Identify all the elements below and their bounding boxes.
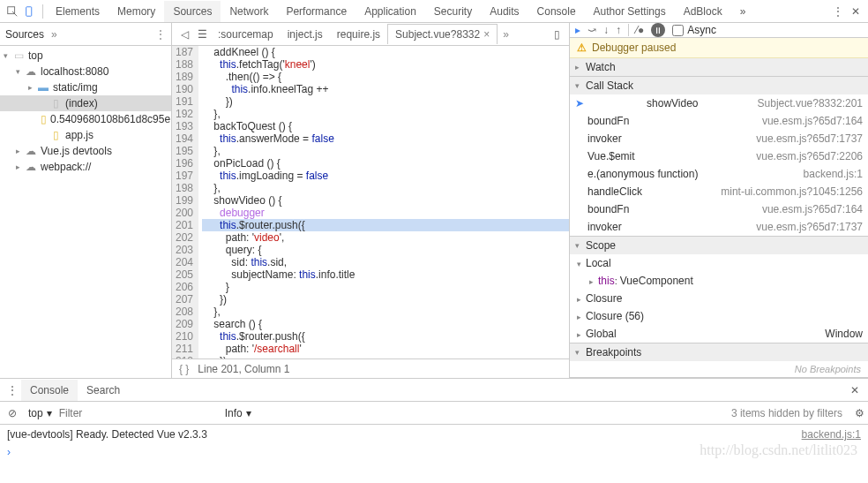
clear-console-icon[interactable]: ⊘ bbox=[4, 407, 21, 419]
device-icon[interactable] bbox=[21, 5, 39, 18]
watch-header[interactable]: ▸Watch bbox=[570, 58, 868, 76]
inspect-icon[interactable] bbox=[4, 5, 21, 18]
tree-chunk[interactable]: ▯0.5409680108b61d8c95e bbox=[0, 111, 171, 127]
debugger-toolbar: ▸ ⤻ ↓ ↑ ⁄● ⏸ Async bbox=[570, 23, 868, 38]
tabs-overflow-icon[interactable]: » bbox=[503, 28, 509, 41]
scope-closure[interactable]: ▸Closure bbox=[570, 290, 868, 307]
search-tab[interactable]: Search bbox=[78, 380, 129, 401]
code-lines[interactable]: addKneel () { this.fetchTag('kneel') .th… bbox=[198, 46, 569, 358]
file-icon: ▯ bbox=[41, 113, 47, 125]
editor-tabs: ◁ ☰ :sourcemap inject.js require.js Subj… bbox=[172, 23, 569, 46]
tab-console[interactable]: Console bbox=[528, 1, 585, 22]
code-editor: ◁ ☰ :sourcemap inject.js require.js Subj… bbox=[172, 23, 570, 378]
folder-icon: ▬ bbox=[37, 81, 49, 94]
scope-this[interactable]: ▸this: VueComponent bbox=[570, 272, 868, 290]
frame-icon: ▭ bbox=[12, 49, 25, 62]
watch-section: ▸Watch bbox=[570, 58, 868, 77]
sidebar-overflow-icon[interactable]: » bbox=[51, 28, 57, 41]
code-area[interactable]: 1871881891901911921931941951961971981992… bbox=[172, 46, 569, 358]
callstack-row[interactable]: invokervue.esm.js?65d7:1737 bbox=[570, 218, 868, 236]
close-tab-icon[interactable]: × bbox=[483, 28, 490, 41]
kebab-menu-icon[interactable]: ⋮ bbox=[829, 5, 847, 18]
tab-network[interactable]: Network bbox=[221, 1, 277, 22]
editor-tab-subject[interactable]: Subject.vue?8332× bbox=[387, 24, 498, 44]
nav-list-icon[interactable]: ☰ bbox=[193, 28, 211, 41]
scope-global[interactable]: ▸GlobalWindow bbox=[570, 325, 868, 343]
pause-exceptions-icon[interactable]: ⏸ bbox=[651, 23, 665, 37]
resume-icon[interactable]: ▸ bbox=[575, 24, 580, 36]
prompt-icon: › bbox=[7, 446, 11, 458]
show-navigator-icon[interactable]: ▯ bbox=[548, 28, 565, 41]
tree-static-img[interactable]: ▸▬static/img bbox=[0, 79, 171, 95]
cloud-icon: ☁ bbox=[25, 145, 37, 157]
tab-application[interactable]: Application bbox=[355, 1, 425, 22]
sidebar-title: Sources bbox=[5, 28, 44, 41]
console-tab[interactable]: Console bbox=[21, 380, 78, 401]
callstack-row[interactable]: boundFnvue.esm.js?65d7:164 bbox=[570, 200, 868, 218]
cursor-position: Line 201, Column 1 bbox=[198, 363, 289, 375]
chevron-down-icon: ▾ bbox=[47, 407, 52, 419]
file-icon: ▯ bbox=[49, 97, 62, 109]
close-devtools-icon[interactable]: ✕ bbox=[847, 5, 864, 18]
tab-security[interactable]: Security bbox=[425, 1, 481, 22]
svg-rect-1 bbox=[26, 6, 32, 16]
tab-adblock[interactable]: AdBlock bbox=[675, 1, 731, 22]
nav-back-icon[interactable]: ◁ bbox=[176, 28, 193, 41]
hidden-count: 3 items hidden by filters bbox=[731, 407, 842, 419]
divider bbox=[628, 24, 629, 36]
kebab-icon[interactable]: ⋮ bbox=[155, 28, 166, 41]
step-over-icon[interactable]: ⤻ bbox=[587, 24, 596, 36]
devtools-top-toolbar: Elements Memory Sources Network Performa… bbox=[0, 0, 868, 23]
cloud-icon: ☁ bbox=[25, 65, 37, 78]
scope-header[interactable]: ▾Scope bbox=[570, 237, 868, 254]
tree-index[interactable]: ▯(index) bbox=[0, 95, 171, 111]
tree-vuedevtools[interactable]: ▸☁Vue.js devtools bbox=[0, 143, 171, 159]
tabs-overflow-icon[interactable]: » bbox=[731, 1, 755, 22]
console-drawer: ⋮ Console Search ✕ ⊘ top ▾ Info ▾ 3 item… bbox=[0, 378, 868, 483]
callstack-row[interactable]: handleClickmint-ui.common.js?1045:1256 bbox=[570, 183, 868, 200]
warning-icon: ⚠ bbox=[577, 42, 587, 54]
tree-webpack[interactable]: ▸☁webpack:// bbox=[0, 159, 171, 175]
callstack-header[interactable]: ▾Call Stack bbox=[570, 77, 868, 94]
tab-memory[interactable]: Memory bbox=[108, 1, 164, 22]
callstack-row[interactable]: Vue.$emitvue.esm.js?65d7:2206 bbox=[570, 147, 868, 165]
filter-input[interactable] bbox=[59, 407, 218, 419]
callstack-row[interactable]: boundFnvue.esm.js?65d7:164 bbox=[570, 112, 868, 130]
tab-audits[interactable]: Audits bbox=[481, 1, 528, 22]
scope-local[interactable]: ▾Local bbox=[570, 254, 868, 272]
file-icon: ▯ bbox=[49, 129, 62, 141]
editor-tab-sourcemap[interactable]: :sourcemap bbox=[211, 25, 281, 44]
tree-top[interactable]: ▾▭top bbox=[0, 48, 171, 64]
editor-tab-require[interactable]: require.js bbox=[330, 25, 387, 44]
close-drawer-icon[interactable]: ✕ bbox=[845, 384, 864, 396]
line-gutter: 1871881891901911921931941951961971981992… bbox=[172, 46, 198, 358]
scope-section: ▾Scope ▾Local ▸this: VueComponent ▸Closu… bbox=[570, 237, 868, 343]
tab-author-settings[interactable]: Author Settings bbox=[585, 1, 675, 22]
step-out-icon[interactable]: ↑ bbox=[616, 24, 621, 36]
scope-closure56[interactable]: ▸Closure (56) bbox=[570, 307, 868, 325]
callstack-row[interactable]: ➤showVideoSubject.vue?8332:201 bbox=[570, 94, 868, 112]
breakpoints-section: ▾Breakpoints No Breakpoints bbox=[570, 343, 868, 378]
async-checkbox[interactable]: Async bbox=[672, 24, 716, 36]
context-dropdown[interactable]: top ▾ bbox=[28, 407, 52, 419]
kebab-icon[interactable]: ⋮ bbox=[4, 384, 21, 396]
console-message-source[interactable]: backend.js:1 bbox=[802, 428, 861, 441]
debugger-panel: ▸ ⤻ ↓ ↑ ⁄● ⏸ Async ⚠ Debugger paused ▸Wa… bbox=[570, 23, 868, 378]
pretty-print-icon[interactable]: { } bbox=[179, 363, 189, 375]
tab-performance[interactable]: Performance bbox=[277, 1, 355, 22]
tab-elements[interactable]: Elements bbox=[47, 1, 108, 22]
breakpoints-header[interactable]: ▾Breakpoints bbox=[570, 343, 868, 361]
level-dropdown[interactable]: Info ▾ bbox=[225, 407, 251, 419]
console-output[interactable]: [vue-devtools] Ready. Detected Vue v2.3.… bbox=[0, 425, 868, 483]
tab-sources[interactable]: Sources bbox=[164, 1, 221, 22]
callstack-row[interactable]: invokervue.esm.js?65d7:1737 bbox=[570, 130, 868, 147]
deactivate-breakpoints-icon[interactable]: ⁄● bbox=[636, 24, 644, 36]
file-tree: ▾▭top ▾☁localhost:8080 ▸▬static/img ▯(in… bbox=[0, 46, 171, 378]
tree-appjs[interactable]: ▯app.js bbox=[0, 127, 171, 143]
editor-tab-inject[interactable]: inject.js bbox=[281, 25, 330, 44]
callstack-row[interactable]: e.(anonymous function)backend.js:1 bbox=[570, 165, 868, 183]
console-tabs: ⋮ Console Search ✕ bbox=[0, 379, 868, 402]
step-into-icon[interactable]: ↓ bbox=[603, 24, 609, 36]
gear-icon[interactable]: ⚙ bbox=[855, 407, 864, 419]
tree-localhost[interactable]: ▾☁localhost:8080 bbox=[0, 64, 171, 79]
